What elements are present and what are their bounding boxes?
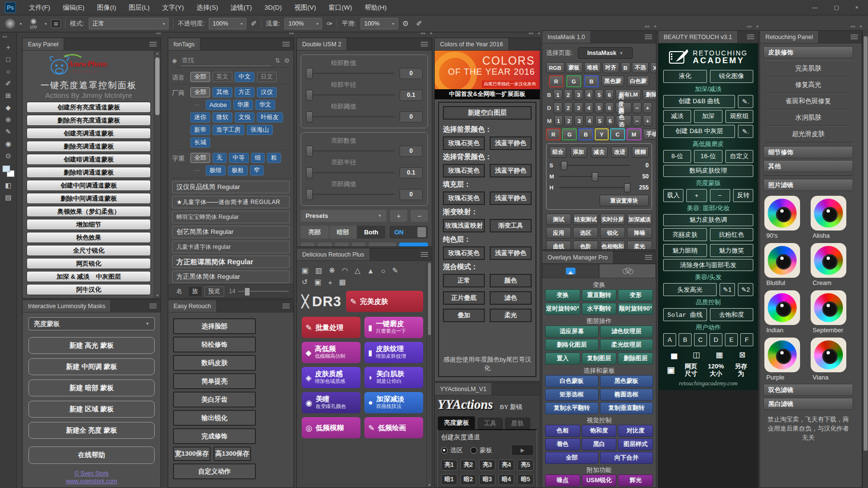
drp-action-button[interactable]: ◉美瞳改变瞳孔颜色 [302,392,361,413]
online-help-button[interactable]: 在线帮助 [28,447,155,464]
slider-value[interactable]: 0 [400,146,423,157]
close-dock-icon[interactable]: × [430,31,432,36]
patch-icon[interactable]: ▦ [339,278,346,286]
dark-mask-button[interactable]: 暗5 [517,474,534,485]
brush-icon[interactable]: ✎ [392,266,399,275]
vendor-tag[interactable]: 华文 [255,100,275,110]
vendor-tag[interactable]: 其他 [213,87,232,97]
midtones-mask-button[interactable]: 1 [554,115,563,126]
vendor-tag[interactable]: 张海山 [247,125,273,135]
user-action-button[interactable]: C [694,333,707,346]
transform-button[interactable]: 逆时旋转90° [545,303,580,315]
family-segment[interactable]: 族 [189,287,202,296]
weight-tag[interactable]: 无 [213,153,227,163]
brights-mask-button[interactable]: 删除LM [642,89,656,100]
user-action-button[interactable]: F [740,333,753,346]
darks-mask-button[interactable]: 6 [605,102,614,113]
weight-tag[interactable]: 中等 [229,153,249,163]
luminosity-button[interactable]: + [686,189,707,202]
darks-mask-button[interactable]: 4 [585,102,593,113]
color-action-button[interactable]: 浅蓝平静色 [490,191,532,205]
light-threshold-slider[interactable] [306,194,395,195]
slider-thumb[interactable] [306,111,313,122]
brush-picker-caret-icon[interactable]: ▾ [45,22,47,26]
panel-menu-icon[interactable] [421,252,428,257]
ilm-action-button[interactable]: 新建 区域 蒙板 [28,401,155,418]
font-list-item[interactable]: 方正黑体简体 Regular [172,271,290,283]
midtones-mask-button[interactable]: 3 [574,115,583,126]
color-action-button[interactable]: 玫瑰浅蓝映射 [443,219,485,232]
photo-filter-accordion[interactable]: 照片滤镜 [763,179,853,191]
brights-mask-button[interactable]: 2 [564,89,573,100]
brights-mask-button[interactable]: 6 [605,89,614,100]
close-dock-icon[interactable]: × [756,24,759,29]
export-icon[interactable]: ⊠ [739,350,745,359]
easy-panel-action-button[interactable]: 网页锐化 [27,258,151,269]
scroll-down-icon[interactable]: ▼ [154,293,160,298]
darks-mask-button[interactable]: + [643,102,652,113]
instamask-button[interactable]: 对齐 [602,62,619,73]
face-button[interactable]: 魅力微笑 [710,244,754,257]
name-segment[interactable]: 名 [173,287,186,296]
color-action-button[interactable]: 玫瑰石英色 [443,246,485,260]
dark-amount-slider[interactable] [306,73,395,74]
refine-button[interactable]: 改进 [611,147,628,158]
vendor-tag[interactable]: 迷你 [190,112,210,122]
brush-icon-button[interactable]: ✎. [738,95,753,108]
easy-panel-action-button[interactable]: 删除暗调通道蒙板 [27,167,151,178]
filter-preset[interactable]: Purple [764,338,806,381]
ilm-tab[interactable]: Interactive Luminosity Masks [23,300,111,312]
user-action-button[interactable]: B [679,333,692,346]
selection-radio[interactable]: 选区 [441,446,463,455]
overlays-tab[interactable]: Overlays Manager Pro [542,251,614,263]
mask-button[interactable]: 黑色蒙板 [600,375,654,387]
ilm-action-button[interactable]: 新建 暗部 蒙板 [28,380,155,396]
move-tool[interactable]: + [6,44,10,51]
desaturate-button[interactable]: 去饱和度 [710,308,754,321]
color-action-button[interactable]: 浅蓝平静色 [490,246,532,260]
color-channel-button[interactable]: B [578,128,593,140]
retouching-panel-tab[interactable]: Retouching Panel [760,31,819,43]
panel-menu-icon[interactable] [149,42,157,46]
face-button[interactable]: 抗粉红色 [710,228,754,241]
skin-retouch-item[interactable]: 超光滑皮肤 [765,126,851,142]
adjustment-button[interactable]: 实时分屏 [600,214,625,225]
font-list-item[interactable]: ★儿童字体——迷你简卡通 REGULAR [172,196,290,208]
darks-mask-button[interactable]: 2 [564,102,573,113]
menu-item[interactable]: 图层(L) [122,0,156,15]
luminosity-button[interactable]: − [710,189,730,202]
menu-item[interactable]: 滤镜(T) [225,0,258,15]
reset-sliders-button[interactable]: 重设置滑块 [600,195,649,206]
vendor-tag[interactable]: 方正 [235,87,254,97]
beauty-top-button[interactable]: 锐化图像 [710,70,754,83]
save-as-button[interactable]: 另存为 [732,363,749,377]
visual-button[interactable]: 向下合并 [600,452,654,464]
filter-preset[interactable]: Blutiful [764,243,806,286]
darks-mask-button[interactable]: 5 [595,102,603,113]
color-channel-button[interactable]: R [546,128,561,140]
user-action-button[interactable]: E [725,333,738,346]
shadows-slider[interactable] [559,165,630,166]
easy-retouch-button[interactable]: 输出锐化 [173,410,256,426]
mask-button[interactable]: 椭圆选框 [600,389,654,401]
language-tag[interactable]: 英文 [213,72,232,82]
darks-mask-button[interactable]: 1 [553,102,562,113]
mask-type-dropdown[interactable]: 亮度蒙板▼ [28,317,155,330]
visual-button[interactable]: 全部 [545,452,599,464]
hair-highlight-button[interactable]: 头发高光 [663,283,717,296]
remove-preset-button[interactable]: − [411,210,428,222]
curve-mid-icon[interactable]: △ [355,266,361,275]
easy-panel-action-button[interactable]: 增加细节 [27,219,151,230]
slider-value[interactable]: 0 [400,68,423,79]
weight-tag[interactable]: 细 [251,153,265,163]
double-usm-tab[interactable]: Double USM 2 [297,38,347,50]
font-size-slider[interactable] [238,291,289,292]
drp-tab[interactable]: Delicious Retouch Plus [297,248,370,260]
easy-panel-action-button[interactable]: 创建暗调通道蒙板 [27,154,151,165]
hair-brush1-button[interactable]: ✎1 [720,283,735,296]
sort-icon[interactable]: ⇅ [275,57,280,64]
adjustment-button[interactable]: 选区 [573,227,598,239]
transform-button[interactable]: 重直翻转 [582,289,617,301]
bright-mask-button[interactable]: 亮2 [460,460,477,471]
frequency-button[interactable]: 16-位 [694,150,722,163]
